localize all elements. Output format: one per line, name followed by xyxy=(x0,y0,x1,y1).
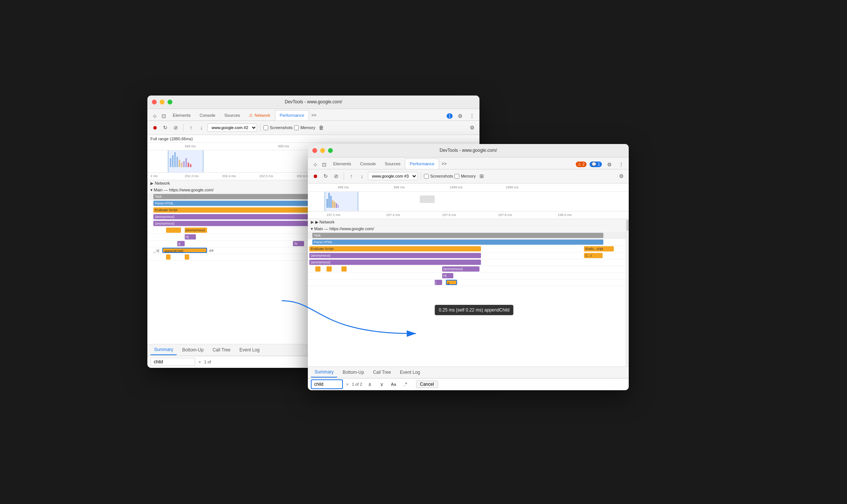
append-child-bar[interactable]: appendChild xyxy=(162,248,207,253)
minimize-button[interactable] xyxy=(160,100,165,104)
fg-small-1[interactable] xyxy=(315,266,321,272)
fg-capture-button[interactable]: ⊞ xyxy=(477,172,486,181)
fg-small-3[interactable] xyxy=(341,266,347,272)
fg-j-row: j a xyxy=(308,279,629,286)
fg-hj-bar[interactable]: Hj xyxy=(442,273,453,278)
fg-anon-bar-1[interactable]: (anonymous) xyxy=(309,253,481,258)
fg-append-child-bar[interactable]: a xyxy=(446,280,457,285)
tab-elements[interactable]: Elements xyxy=(168,110,195,120)
small-bar-2[interactable] xyxy=(185,254,189,260)
fg-maximize-button[interactable] xyxy=(328,148,333,153)
fg-cancel-button[interactable]: Cancel xyxy=(416,381,438,388)
refresh-button[interactable]: ↻ xyxy=(161,123,170,132)
capture-settings-button[interactable]: ⚙ xyxy=(468,123,476,132)
search-clear-icon[interactable]: ✕ xyxy=(198,360,201,364)
fg-download-button[interactable]: ↓ xyxy=(357,172,366,181)
fg-evaluate-script-bar[interactable]: Evaluate Script xyxy=(309,246,481,251)
call-tree-tab[interactable]: Call Tree xyxy=(209,345,234,355)
summary-tab[interactable]: Summary xyxy=(150,345,177,355)
fg-settings-icon[interactable]: ⚙ xyxy=(605,160,614,169)
settings-icon[interactable]: ⚙ xyxy=(456,112,465,120)
fg-clear-button[interactable]: ⊘ xyxy=(332,172,341,181)
cursor-icon[interactable]: ⊹ xyxy=(150,112,159,120)
fg-parse-html-row: Parse HTML xyxy=(308,239,629,246)
fg-capture-settings-button[interactable]: ⚙ xyxy=(617,172,626,181)
fg-tab-sources[interactable]: Sources xyxy=(380,159,405,169)
settings-spacer: ⚙ xyxy=(468,123,476,132)
zj-bar[interactable]: zj xyxy=(177,241,185,246)
tab-more-button[interactable]: >> xyxy=(309,110,319,120)
layers-icon[interactable]: ⊡ xyxy=(159,112,168,120)
fg-timeline-overview[interactable]: CPU NET 499 ms 999 ms 1499 ms 1999 ms xyxy=(308,184,629,212)
fg-regex-button[interactable]: .* xyxy=(401,380,410,389)
memory-checkbox[interactable]: Memory xyxy=(294,125,315,130)
trash-button[interactable]: 🗑 xyxy=(317,123,326,132)
arrow-icon: ▶ xyxy=(150,181,153,186)
fg-tab-performance[interactable]: Performance xyxy=(405,159,439,169)
fg-network-section[interactable]: ▶ ▶ Network xyxy=(308,219,629,226)
close-button[interactable] xyxy=(152,100,157,104)
clear-button[interactable]: ⊘ xyxy=(171,123,180,132)
record-button[interactable]: ⏺ xyxy=(150,123,159,132)
ee-label: .ee xyxy=(209,248,214,253)
tab-bar: ⊹ ⊡ Elements Console Sources ⚠ Network P… xyxy=(147,109,479,121)
screenshots-checkbox[interactable]: Screenshots xyxy=(263,125,293,130)
tab-console[interactable]: Console xyxy=(195,110,220,120)
fg-search-next-button[interactable]: ∨ xyxy=(377,380,386,389)
url-select[interactable]: www.google.com #2 xyxy=(207,123,257,132)
fg-memory-checkbox[interactable]: Memory xyxy=(454,174,476,179)
fg-layers-icon[interactable]: ⊡ xyxy=(320,160,329,169)
fg-ruler-row: 197.2 ms 197.4 ms 197.6 ms 197.8 ms 198.… xyxy=(308,212,629,219)
fg-anon-bar-2[interactable]: (anonymous) xyxy=(309,260,481,265)
anonymous-inner-bar[interactable]: (anonymous) xyxy=(185,228,207,233)
fe-bar[interactable]: .fe xyxy=(293,241,304,246)
fg-minimize-button[interactable] xyxy=(320,148,325,153)
fg-tab-more[interactable]: >> xyxy=(439,159,449,169)
tab-settings: 1 ⚙ ⋮ xyxy=(447,112,476,120)
download-button[interactable]: ↓ xyxy=(197,123,206,132)
fg-anon-row-1: (anonymous) C...t xyxy=(308,253,629,259)
fg-main-section[interactable]: ▾ Main — https://www.google.com/ xyxy=(308,226,629,232)
fg-search-input[interactable] xyxy=(312,381,342,388)
fg-aa-button[interactable]: Aa xyxy=(389,380,398,389)
fg-refresh-button[interactable]: ↻ xyxy=(321,172,330,181)
hj-bar[interactable]: Hj xyxy=(185,234,196,240)
fg-tab-elements[interactable]: Elements xyxy=(329,159,356,169)
fg-url-select[interactable]: www.google.com #3 xyxy=(368,172,418,180)
fg-window-title: DevTools - www.google.com/ xyxy=(440,148,497,153)
fg-record-button[interactable]: ⏺ xyxy=(311,172,320,181)
fg-scrollbar[interactable] xyxy=(626,219,629,366)
fg-search-prev-button[interactable]: ∧ xyxy=(365,380,374,389)
fg-small-2[interactable] xyxy=(326,266,332,272)
search-input[interactable] xyxy=(150,358,195,366)
bottom-up-tab[interactable]: Bottom-Up xyxy=(178,345,207,355)
maximize-button[interactable] xyxy=(168,100,172,104)
fg-summary-tab[interactable]: Summary xyxy=(311,367,337,378)
fg-tab-console[interactable]: Console xyxy=(356,159,380,169)
fg-ct-bar[interactable]: C...t xyxy=(584,253,603,258)
fg-search-clear-icon[interactable]: ✕ xyxy=(346,382,349,386)
fg-upload-button[interactable]: ↑ xyxy=(347,172,356,181)
fg-cursor-icon[interactable]: ⊹ xyxy=(311,160,320,169)
more-icon[interactable]: ⋮ xyxy=(468,112,476,120)
tab-sources[interactable]: Sources xyxy=(220,110,244,120)
fg-task-bar[interactable]: Task xyxy=(312,233,603,238)
fg-eval-script-row: Evaluate Script Evalu...cript xyxy=(308,246,629,253)
event-log-tab[interactable]: Event Log xyxy=(236,345,263,355)
small-bar-1[interactable] xyxy=(166,254,171,260)
tab-network[interactable]: ⚠ Network xyxy=(244,110,275,120)
fg-bottom-up-tab[interactable]: Bottom-Up xyxy=(339,367,368,378)
fg-scrollbar-thumb[interactable] xyxy=(626,220,629,231)
fg-evaluate-script-bar2[interactable]: Evalu...cript xyxy=(584,246,614,251)
fg-more-icon[interactable]: ⋮ xyxy=(617,160,626,169)
fg-anon-inner-bar[interactable]: (anonymous) xyxy=(442,266,479,272)
fg-call-tree-tab[interactable]: Call Tree xyxy=(369,367,395,378)
fg-close-button[interactable] xyxy=(312,148,317,153)
fg-event-log-tab[interactable]: Event Log xyxy=(396,367,424,378)
inner-bar-a[interactable] xyxy=(166,228,181,233)
tab-performance[interactable]: Performance xyxy=(275,110,309,120)
fg-parse-html-bar[interactable]: Parse HTML xyxy=(312,240,603,245)
upload-button[interactable]: ↑ xyxy=(187,123,196,132)
fg-screenshots-checkbox[interactable]: Screenshots xyxy=(424,174,453,179)
fg-j-bar[interactable]: j xyxy=(435,280,442,285)
